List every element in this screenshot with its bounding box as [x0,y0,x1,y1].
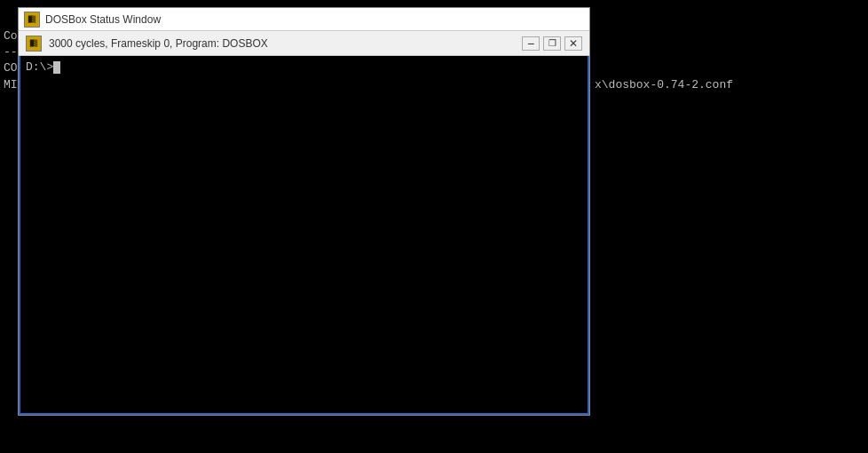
dosbox-terminal-area[interactable]: D:\> [19,56,589,415]
restore-button[interactable]: ❐ [543,36,561,51]
dosbox-titlebar: ▓▒ DOSBox Status Window [19,8,589,31]
terminal-line-1: D:\> [26,60,582,76]
dosbox-infobar: ▓▒ 3000 cycles, Frameskip 0, Program: DO… [19,31,589,56]
dosbox-infobar-icon: ▓▒ [26,36,42,52]
bg-terminal-path: x\dosbox-0.74-2.conf [595,78,733,91]
dosbox-info-text: 3000 cycles, Frameskip 0, Program: DOSBO… [49,37,268,50]
dosbox-title-icon: ▓▒ [24,12,40,28]
minimize-button[interactable]: − [522,36,540,51]
dosbox-window: ▓▒ DOSBox Status Window ▓▒ 3000 cycles, … [18,7,590,416]
close-button[interactable]: ✕ [564,36,582,51]
dosbox-title-text: DOSBox Status Window [45,13,584,26]
